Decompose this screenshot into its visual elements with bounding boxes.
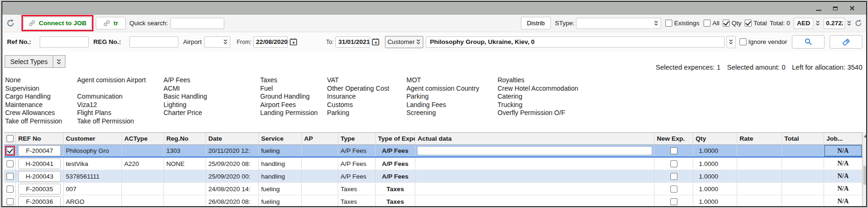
refresh-button[interactable] [6,19,15,28]
col-header-type[interactable]: Type [338,133,376,144]
type-item[interactable]: Maintenance [5,101,62,109]
type-item[interactable]: Parking [327,109,389,117]
type-item[interactable]: Insurance [327,93,389,101]
select-types-button[interactable]: Select Types [5,55,53,68]
new-exp-checkbox[interactable] [670,147,677,154]
quick-search-input[interactable] [171,18,224,29]
type-item[interactable]: A/P Fees [164,76,207,85]
col-header-customer[interactable]: Customer [64,133,122,144]
select-all-checkbox[interactable] [7,135,14,142]
type-item[interactable]: Screening [406,109,479,117]
close-button[interactable]: ✕ [848,5,856,12]
type-item[interactable]: Other Operating Cost [327,85,389,93]
ignore-vendor-checkbox[interactable] [740,38,747,45]
maximize-button[interactable] [832,5,839,12]
row-checkbox[interactable] [7,198,14,205]
type-item[interactable]: Overfly Permission O/F [498,109,578,117]
title-bar[interactable]: ✕ [2,2,866,14]
col-header-job[interactable]: Job... [824,133,862,144]
to-date-input[interactable]: 31/01/2021 [335,36,370,48]
type-item[interactable]: Cargo Handling [5,93,62,101]
row-checkbox[interactable] [7,186,14,193]
col-header-rate[interactable]: Rate [737,133,782,144]
select-types-dropdown-button[interactable] [53,55,65,68]
type-item[interactable]: Agent comission Airport [77,76,146,85]
rate-spinner[interactable]: 0.27225 [824,18,845,29]
new-exp-checkbox[interactable] [670,160,677,167]
col-header-total[interactable]: Total [782,133,824,144]
type-item[interactable]: None [5,76,62,85]
party-value-input[interactable]: Philosophy Group, Ukraine, Kiev, 0 [426,36,725,48]
type-item[interactable]: MOT [406,76,479,85]
col-header-date[interactable]: Date [206,133,259,144]
type-item[interactable]: Landing Permission [260,109,318,117]
type-item[interactable]: Agent comission Country [406,85,479,93]
connect-to-job-button[interactable]: Connect to JOB [23,17,92,29]
type-item[interactable]: ACMI [164,85,207,93]
existings-checkbox[interactable] [665,20,672,27]
type-item[interactable]: Lighting [164,101,207,109]
col-header-ap[interactable]: AP [302,133,338,144]
col-header-ref-no[interactable]: REF No [16,133,64,144]
type-item[interactable]: Take off Permission [5,117,62,126]
ref-no-button[interactable]: F-200035 [18,184,61,194]
new-exp-checkbox[interactable] [670,186,677,193]
table-row[interactable]: F-200035 007 24/08/2020 14: fueling Taxe… [4,183,862,195]
total-checkbox[interactable] [745,20,752,27]
from-calendar-button[interactable] [290,38,297,46]
airport-dropdown[interactable] [204,36,230,48]
type-item[interactable]: Flight Plans [77,109,146,117]
type-item[interactable]: Charter Price [164,109,207,117]
distrib-button[interactable]: Distrib [521,17,551,29]
ref-no-input[interactable] [40,36,89,48]
type-item[interactable]: Ground Handling [260,93,318,101]
chevron-double-down-icon[interactable] [815,20,820,26]
type-item[interactable]: Trucking [498,101,578,109]
col-header-actual-data[interactable]: Actual data [415,133,655,144]
col-header-actype[interactable]: ACType [122,133,164,144]
clear-button[interactable] [830,35,862,49]
type-item[interactable]: Viza12 [77,101,146,109]
type-item[interactable]: Royalties [498,76,578,85]
chevron-double-down-icon[interactable] [847,20,852,26]
type-item[interactable]: Landing Fees [406,101,479,109]
ref-no-button[interactable]: H-200041 [18,158,61,169]
type-item[interactable]: Basic Handling [164,93,207,101]
scroll-up-button[interactable] [863,132,867,140]
col-header-qty[interactable]: Qty [693,133,737,144]
type-item[interactable]: Communication [77,93,146,101]
row-checkbox[interactable] [7,160,14,167]
from-date-input[interactable]: 22/08/2020 [253,36,288,48]
vertical-scrollbar[interactable] [862,132,867,207]
stype-dropdown[interactable] [576,18,661,29]
qty-checkbox[interactable] [723,20,730,27]
search-button[interactable] [792,35,825,49]
type-item[interactable]: Customs [327,101,389,109]
minimize-button[interactable] [815,5,822,12]
all-checkbox[interactable] [704,20,711,27]
col-header-regno[interactable]: Reg.No [164,133,206,144]
party-type-dropdown[interactable]: Customer [385,36,423,48]
row-checkbox[interactable] [7,147,14,154]
type-item[interactable]: Crew Hotel Accommodation [498,85,578,93]
table-row[interactable]: H-200041 testVika A220 NONE 25/09/2020 0… [4,158,862,170]
type-item[interactable]: VAT [327,76,389,85]
type-item[interactable]: Crew Allowances [5,109,62,117]
ref-no-button[interactable]: H-200043 [18,171,61,182]
type-item[interactable]: Parking [406,93,479,101]
row-checkbox[interactable] [7,173,14,180]
col-header-new-exp[interactable]: New Exp. [655,133,693,144]
table-row[interactable]: H-200043 5378561111 25/09/2020 00: handl… [4,170,862,183]
refresh-rate-button[interactable] [854,19,862,27]
type-item[interactable]: Catering [498,93,578,101]
new-exp-checkbox[interactable] [670,198,677,205]
table-row[interactable]: F-200036 ARGO 26/08/2020 08: fueling Tax… [4,195,862,207]
type-item[interactable]: Taxes [260,76,318,85]
scrollbar-thumb[interactable] [863,166,867,185]
ref-no-button[interactable]: F-200036 [18,196,61,207]
to-calendar-button[interactable] [372,38,379,46]
new-exp-checkbox[interactable] [670,173,677,180]
type-item[interactable]: Fuel [260,85,318,93]
table-row[interactable]: F-200047 Philosophy Gro 1303 20/11/2020 … [4,145,862,158]
currency-select[interactable]: AED [794,18,813,29]
